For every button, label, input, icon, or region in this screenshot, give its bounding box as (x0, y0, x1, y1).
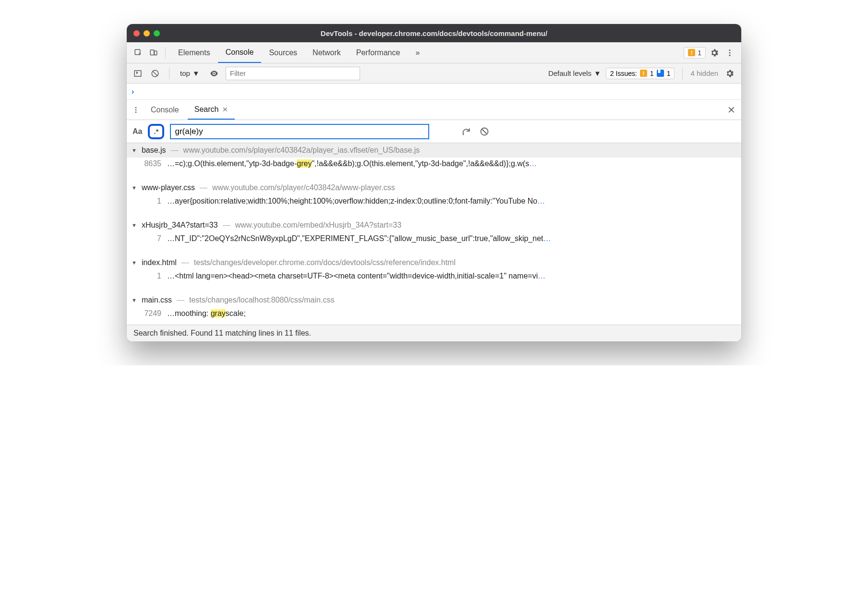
match-case-toggle[interactable]: Aa (133, 127, 142, 136)
status-text: Search finished. Found 11 matching lines… (133, 329, 311, 337)
result-filename: www-player.css (142, 183, 195, 192)
search-results: ▼ base.js — www.youtube.com/s/player/c40… (127, 143, 741, 325)
result-filename: main.css (142, 296, 172, 304)
svg-rect-6 (134, 71, 141, 76)
device-toolbar-icon[interactable] (147, 46, 160, 60)
dropdown-triangle-icon: ▼ (594, 69, 601, 77)
tab-overflow[interactable]: » (408, 42, 427, 63)
tab-network[interactable]: Network (305, 42, 349, 63)
hidden-count: 4 hidden (690, 69, 718, 77)
match-highlight: grey (297, 159, 312, 168)
more-menu-icon[interactable] (723, 46, 736, 60)
filter-input[interactable] (226, 67, 360, 80)
warning-icon: ! (688, 49, 695, 56)
levels-label: Default levels (548, 69, 591, 77)
svg-line-13 (482, 129, 487, 134)
info-icon: ▘ (657, 70, 664, 77)
svg-point-5 (729, 54, 731, 56)
snippet: …NT_ID":"2OeQYs2rNcSnW8yxpLgD","EXPERIME… (167, 234, 736, 243)
devtools-window: DevTools - developer.chrome.com/docs/dev… (127, 24, 741, 341)
live-expression-icon[interactable] (207, 68, 221, 79)
snippet: …moothing: grayscale; (167, 309, 736, 318)
result-path: tests/changes/localhost:8080/css/main.cs… (189, 296, 334, 304)
console-prompt[interactable]: › (127, 84, 741, 100)
drawer-menu-icon[interactable] (130, 106, 142, 114)
issues-summary[interactable]: 2 Issues: ! 1 ▘ 1 (606, 68, 675, 79)
line-number: 7249 (137, 309, 161, 318)
drawer-tab-label: Search (194, 105, 219, 114)
warning-count: 1 (650, 70, 654, 77)
drawer-tab-search[interactable]: Search ✕ (188, 100, 235, 120)
separator: — (171, 146, 179, 155)
log-levels-selector[interactable]: Default levels ▼ (548, 69, 601, 77)
drawer-tab-console[interactable]: Console (144, 100, 186, 120)
regex-symbol: .* (154, 127, 158, 135)
close-drawer-icon[interactable]: ✕ (724, 104, 738, 116)
separator: — (181, 258, 189, 267)
result-group[interactable]: ▼ index.html — tests/changes/developer.c… (127, 255, 741, 270)
result-path: www.youtube.com/embed/xHusjrb_34A?start=… (235, 221, 401, 230)
result-filename: base.js (142, 146, 166, 155)
svg-rect-1 (150, 50, 154, 55)
line-number: 7 (137, 234, 161, 243)
result-group[interactable]: ▼ base.js — www.youtube.com/s/player/c40… (127, 143, 741, 158)
result-group[interactable]: ▼ main.css — tests/changes/localhost:808… (127, 293, 741, 307)
collapse-triangle-icon: ▼ (132, 147, 137, 153)
divider (682, 68, 683, 79)
window-title: DevTools - developer.chrome.com/docs/dev… (127, 29, 741, 37)
info-count: 1 (667, 70, 671, 77)
dropdown-triangle-icon: ▼ (193, 69, 200, 77)
tab-console[interactable]: Console (218, 42, 262, 63)
status-bar: Search finished. Found 11 matching lines… (127, 325, 741, 341)
refresh-search-icon[interactable] (460, 127, 472, 136)
result-line[interactable]: 1 …ayer{position:relative;width:100%;hei… (127, 195, 741, 212)
result-path: www.youtube.com/s/player/c403842a/www-pl… (212, 183, 395, 192)
tab-elements[interactable]: Elements (170, 42, 218, 63)
warning-icon: ! (640, 70, 647, 77)
console-subbar: top ▼ Default levels ▼ 2 Issues: ! 1 ▘ 1… (127, 63, 741, 84)
toggle-sidebar-icon[interactable] (132, 68, 144, 79)
result-filename: xHusjrb_34A?start=33 (142, 221, 218, 230)
snippet: …ayer{position:relative;width:100%;heigh… (167, 197, 736, 206)
collapse-triangle-icon: ▼ (132, 222, 137, 228)
result-group[interactable]: ▼ xHusjrb_34A?start=33 — www.youtube.com… (127, 218, 741, 232)
issues-badge[interactable]: ! 1 (684, 47, 706, 59)
result-line[interactable]: 1 …<html lang=en><head><meta charset=UTF… (127, 270, 741, 287)
tab-performance[interactable]: Performance (349, 42, 408, 63)
settings-icon[interactable] (708, 46, 721, 60)
snippet: …<html lang=en><head><meta charset=UTF-8… (167, 272, 736, 280)
context-label: top (180, 69, 190, 77)
clear-search-icon[interactable] (478, 127, 491, 136)
line-number: 1 (137, 272, 161, 280)
clear-console-icon[interactable] (149, 68, 161, 79)
issues-label: 2 Issues: (610, 70, 637, 77)
result-group[interactable]: ▼ www-player.css — www.youtube.com/s/pla… (127, 181, 741, 195)
match-highlight: gray (211, 309, 226, 317)
result-line[interactable]: 8635 …=c);g.O(this.element,"ytp-3d-badge… (127, 158, 741, 175)
tab-sources[interactable]: Sources (261, 42, 305, 63)
svg-rect-2 (155, 51, 157, 55)
issues-count: 1 (698, 49, 701, 57)
search-input[interactable] (170, 124, 429, 139)
svg-point-3 (729, 49, 731, 51)
result-line[interactable]: 7 …NT_ID":"2OeQYs2rNcSnW8yxpLgD","EXPERI… (127, 232, 741, 250)
separator: — (177, 296, 184, 304)
svg-point-9 (135, 107, 137, 109)
divider (165, 47, 166, 59)
drawer-tabs: Console Search ✕ ✕ (127, 100, 741, 120)
svg-line-8 (153, 71, 157, 75)
line-number: 8635 (137, 159, 161, 168)
result-path: www.youtube.com/s/player/c403842a/player… (183, 146, 420, 155)
console-settings-icon[interactable] (723, 67, 736, 80)
snippet: …=c);g.O(this.element,"ytp-3d-badge-grey… (167, 159, 736, 168)
result-filename: index.html (142, 258, 177, 267)
svg-point-11 (135, 111, 137, 113)
result-path: tests/changes/developer.chrome.com/docs/… (194, 258, 456, 267)
search-bar: Aa .* (127, 120, 741, 143)
regex-toggle[interactable]: .* (148, 124, 164, 139)
context-selector[interactable]: top ▼ (177, 69, 203, 77)
close-tab-icon[interactable]: ✕ (222, 106, 228, 113)
separator: — (223, 221, 230, 230)
result-line[interactable]: 7249 …moothing: grayscale; (127, 307, 741, 325)
inspect-element-icon[interactable] (132, 46, 145, 60)
